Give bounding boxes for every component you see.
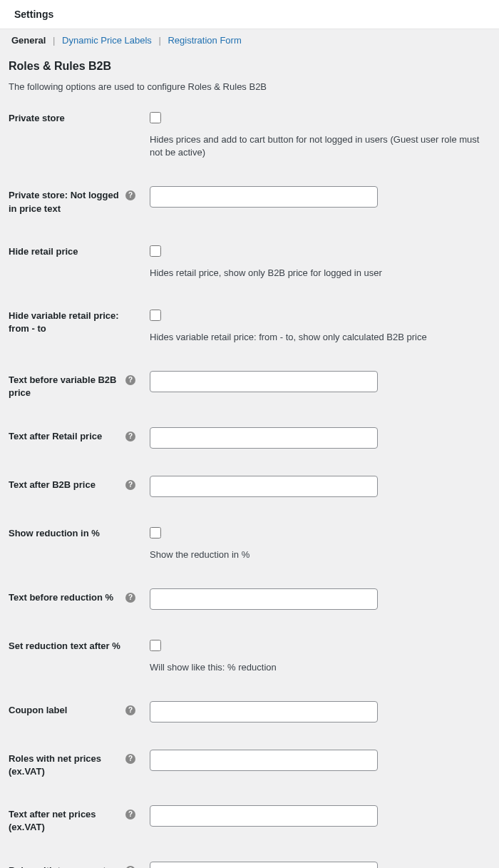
input-text-after-net[interactable] [150,805,378,827]
help-icon[interactable]: ? [125,810,135,820]
checkbox-hide-retail-price[interactable] [150,245,161,257]
row-show-reduction: Show reduction in % Show the reduction i… [9,524,490,561]
help-icon[interactable]: ? [125,432,135,441]
desc-hide-variable-retail: Hides variable retail price: from - to, … [150,331,490,344]
input-coupon-label[interactable] [150,701,378,723]
checkbox-hide-variable-retail[interactable] [150,310,161,321]
row-roles-tax-exempt: Roles with tax exempt ? [9,862,490,868]
row-text-after-net: Text after net prices (ex.VAT) ? [9,805,490,834]
checkbox-set-reduction-text-after[interactable] [150,640,161,651]
page-title: Roles & Rules B2B [9,60,490,73]
tab-general[interactable]: General [9,34,48,47]
page-header: Settings [0,0,499,29]
input-private-store-text[interactable] [150,186,378,208]
help-icon[interactable]: ? [125,705,135,715]
input-text-after-retail[interactable] [150,427,378,449]
label-private-store: Private store [9,109,143,125]
page-header-title: Settings [14,9,485,20]
row-roles-net-prices: Roles with net prices (ex.VAT) ? [9,750,490,778]
label-text-before-variable-b2b: Text before variable B2B price ? [9,371,143,399]
help-icon[interactable]: ? [125,375,135,385]
row-text-after-b2b: Text after B2B price ? [9,476,490,497]
row-private-store: Private store Hides prices and add to ca… [9,109,490,159]
page-description: The following options are used to config… [9,81,490,92]
label-text-after-b2b: Text after B2B price ? [9,476,143,491]
tab-dynamic-price-labels[interactable]: Dynamic Price Labels [59,34,155,47]
settings-content: Roles & Rules B2B The following options … [0,48,499,868]
label-text-after-retail: Text after Retail price ? [9,427,143,443]
label-coupon-label: Coupon label ? [9,701,143,717]
input-roles-net-prices[interactable] [150,750,378,771]
help-icon[interactable]: ? [125,866,135,868]
desc-show-reduction: Show the reduction in % [150,548,490,561]
help-icon[interactable]: ? [125,754,135,764]
row-text-before-reduction: Text before reduction % ? [9,588,490,610]
label-hide-retail-price: Hide retail price [9,242,143,258]
tab-separator: | [158,35,160,46]
row-private-store-text: Private store: Not logged in price text … [9,186,490,215]
label-roles-tax-exempt: Roles with tax exempt ? [9,862,143,868]
label-set-reduction-text-after: Set reduction text after % [9,637,143,653]
label-hide-variable-retail: Hide variable retail price: from - to [9,307,143,335]
row-hide-variable-retail: Hide variable retail price: from - to Hi… [9,307,490,344]
desc-private-store: Hides prices and add to cart button for … [150,133,490,159]
checkbox-private-store[interactable] [150,112,161,123]
label-text-after-net: Text after net prices (ex.VAT) ? [9,805,143,834]
input-text-before-reduction[interactable] [150,588,378,610]
label-show-reduction: Show reduction in % [9,524,143,540]
row-coupon-label: Coupon label ? [9,701,490,723]
label-roles-net-prices: Roles with net prices (ex.VAT) ? [9,750,143,778]
tab-registration-form[interactable]: Registration Form [165,34,244,47]
tab-separator: | [53,35,55,46]
row-set-reduction-text-after: Set reduction text after % Will show lik… [9,637,490,674]
row-hide-retail-price: Hide retail price Hides retail price, sh… [9,242,490,280]
help-icon[interactable]: ? [125,190,135,200]
row-text-before-variable-b2b: Text before variable B2B price ? [9,371,490,399]
input-text-before-variable-b2b[interactable] [150,371,378,392]
help-icon[interactable]: ? [125,593,135,603]
checkbox-show-reduction[interactable] [150,527,161,538]
settings-tabs: General | Dynamic Price Labels | Registr… [0,29,499,48]
input-text-after-b2b[interactable] [150,476,378,497]
help-icon[interactable]: ? [125,480,135,490]
input-roles-tax-exempt[interactable] [150,862,378,868]
label-text-before-reduction: Text before reduction % ? [9,588,143,604]
label-private-store-text: Private store: Not logged in price text … [9,186,143,215]
row-text-after-retail: Text after Retail price ? [9,427,490,449]
desc-hide-retail-price: Hides retail price, show only B2B price … [150,267,490,280]
desc-set-reduction-text-after: Will show like this: % reduction [150,661,490,674]
